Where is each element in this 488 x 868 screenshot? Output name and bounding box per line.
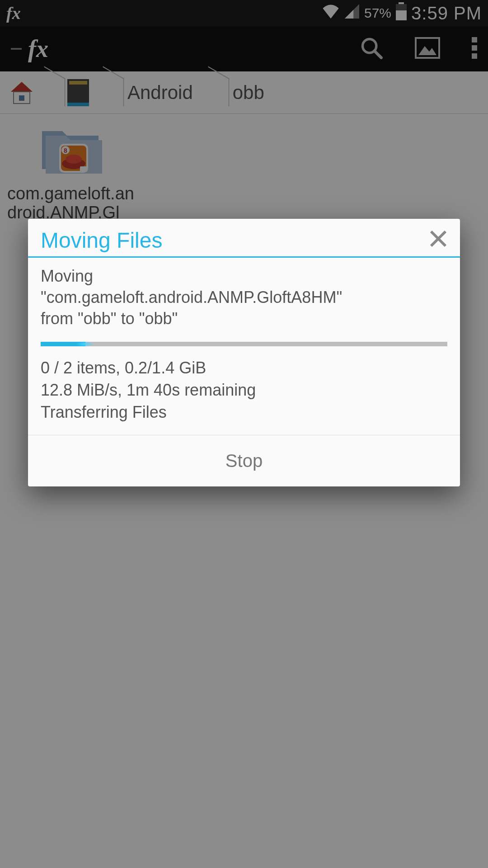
stats-line: Transferring Files <box>41 401 447 424</box>
dialog-title: Moving Files <box>41 228 162 253</box>
dialog-footer: Stop <box>28 435 460 486</box>
desc-line: Moving <box>41 266 447 287</box>
stop-button[interactable]: Stop <box>225 451 263 471</box>
stats-line: 0 / 2 items, 0.2/1.4 GiB <box>41 357 447 379</box>
dialog-stats: 0 / 2 items, 0.2/1.4 GiB 12.8 MiB/s, 1m … <box>41 357 447 423</box>
desc-line: "com.gameloft.android.ANMP.GloftA8HM" <box>41 287 447 308</box>
dialog-divider <box>28 256 460 258</box>
dialog-description: Moving "com.gameloft.android.ANMP.GloftA… <box>41 266 447 329</box>
moving-files-dialog: Moving Files Moving "com.gameloft.androi… <box>28 219 460 486</box>
stats-line: 12.8 MiB/s, 1m 40s remaining <box>41 379 447 401</box>
progress-bar <box>41 342 447 346</box>
progress-head-glow <box>76 341 94 347</box>
desc-line: from "obb" to "obb" <box>41 308 447 330</box>
dialog-close-button[interactable] <box>429 228 447 253</box>
close-icon <box>429 230 447 248</box>
